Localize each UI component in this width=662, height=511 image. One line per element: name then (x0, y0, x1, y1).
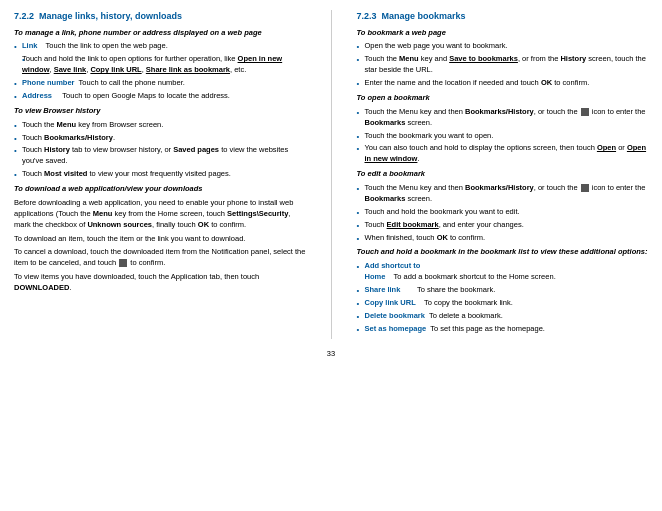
download-para3: To cancel a download, touch the download… (14, 247, 306, 269)
bookmark-icon2 (581, 184, 589, 192)
list-item: Touch the Menu key from Browser screen. (14, 120, 306, 131)
right-column: 7.2.3 Manage bookmarks To bookmark a web… (357, 10, 649, 339)
list-item: Phone number Touch to call the phone num… (14, 78, 306, 89)
edit-bookmark-heading: To edit a bookmark (357, 169, 649, 180)
list-item: Set as homepage To set this page as the … (357, 324, 649, 335)
download-heading: To download a web application/view your … (14, 184, 306, 195)
list-item: Address Touch to open Google Maps to loc… (14, 91, 306, 102)
browser-history-list: Touch the Menu key from Browser screen. … (14, 120, 306, 180)
list-item: Copy link URL To copy the bookmark link. (357, 298, 649, 309)
touch-hold-heading: Touch and hold a bookmark in the bookmar… (357, 247, 649, 258)
open-bookmark-list: Touch the Menu key and then Bookmarks/Hi… (357, 107, 649, 165)
list-item: Touch the Menu key and then Bookmarks/Hi… (357, 107, 649, 129)
bookmark-web-heading: To bookmark a web page (357, 28, 649, 39)
list-item: Touch History tab to view browser histor… (14, 145, 306, 167)
column-divider (331, 10, 332, 339)
list-item: You can also touch and hold to display t… (357, 143, 649, 165)
page-container: 7.2.2 Manage links, history, downloads T… (14, 10, 648, 339)
left-column: 7.2.2 Manage links, history, downloads T… (14, 10, 306, 339)
list-item: When finished, touch OK to confirm. (357, 233, 649, 244)
list-item: Enter the name and the location if neede… (357, 78, 649, 89)
right-section-heading: 7.2.3 Manage bookmarks (357, 10, 649, 23)
list-item: Touch Edit bookmark, and enter your chan… (357, 220, 649, 231)
left-section-title: Manage links, history, downloads (39, 11, 182, 21)
bookmark-web-list: Open the web page you want to bookmark. … (357, 41, 649, 89)
list-item: Delete bookmark To delete a bookmark. (357, 311, 649, 322)
list-item: Touch and hold the bookmark you want to … (357, 207, 649, 218)
right-section-title: Manage bookmarks (382, 11, 466, 21)
left-section-heading: 7.2.2 Manage links, history, downloads (14, 10, 306, 23)
list-item: Touch and hold the link to open options … (22, 54, 306, 76)
cancel-icon (119, 259, 127, 267)
page-number: 33 (14, 349, 648, 360)
bookmark-icon (581, 108, 589, 116)
list-item: Touch Bookmarks/History. (14, 133, 306, 144)
download-para2: To download an item, touch the item or t… (14, 234, 306, 245)
left-section-number: 7.2.2 (14, 11, 34, 21)
list-item: Touch the Menu key and then Bookmarks/Hi… (357, 183, 649, 205)
list-item: Link Touch the link to open the web page… (14, 41, 306, 52)
manage-link-list: Link Touch the link to open the web page… (14, 41, 306, 101)
list-item: Add shortcut toHome To add a bookmark sh… (357, 261, 649, 283)
copy-link-url-term: Copy link URL (365, 298, 416, 307)
open-bookmark-heading: To open a bookmark (357, 93, 649, 104)
touch-hold-list: Add shortcut toHome To add a bookmark sh… (357, 261, 649, 334)
download-para1: Before downloading a web application, yo… (14, 198, 306, 231)
manage-link-heading: To manage a link, phone number or addres… (14, 28, 306, 39)
edit-bookmark-list: Touch the Menu key and then Bookmarks/Hi… (357, 183, 649, 243)
list-item: Touch the Menu key and Save to bookmarks… (357, 54, 649, 76)
browser-history-heading: To view Browser history (14, 106, 306, 117)
right-section-number: 7.2.3 (357, 11, 377, 21)
list-item: Share link To share the bookmark. (357, 285, 649, 296)
list-item: Open the web page you want to bookmark. (357, 41, 649, 52)
list-item: Touch the bookmark you want to open. (357, 131, 649, 142)
list-item: Touch Most visited to view your most fre… (14, 169, 306, 180)
download-para4: To view items you have downloaded, touch… (14, 272, 306, 294)
